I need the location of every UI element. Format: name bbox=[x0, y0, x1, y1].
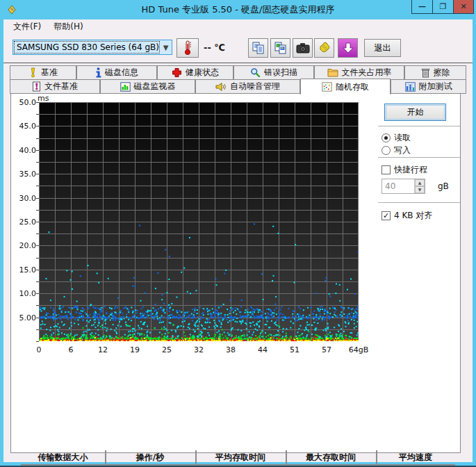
menubar: 文件(F) 帮助(H) bbox=[3, 19, 473, 33]
y-axis-tickmark bbox=[36, 186, 39, 186]
tab-erase[interactable]: 擦除 bbox=[404, 65, 466, 80]
temperature-unit: ℃ bbox=[214, 42, 225, 53]
y-axis-tickmark bbox=[36, 318, 39, 318]
y-axis-tickmark bbox=[36, 222, 39, 222]
y-axis-tickmark bbox=[36, 150, 39, 151]
y-axis-tickmark bbox=[36, 234, 39, 234]
x-axis-tick: 6 bbox=[56, 345, 86, 354]
camera-icon bbox=[296, 42, 310, 54]
tab-label: 磁盘信息 bbox=[105, 67, 138, 79]
thermometer-icon bbox=[183, 40, 192, 56]
menu-file[interactable]: 文件(F) bbox=[7, 19, 47, 34]
tab-file-benchmark[interactable]: 文件基准 bbox=[10, 79, 100, 94]
column-header: 平均存取时间 bbox=[195, 452, 286, 464]
y-axis-tickmark bbox=[36, 162, 39, 163]
scatter-icon bbox=[322, 82, 332, 92]
chevron-down-icon[interactable]: ▼ bbox=[160, 44, 172, 51]
tab-disk-monitor[interactable]: 磁盘监视器 bbox=[100, 79, 195, 94]
quick-run-checkbox[interactable] bbox=[381, 165, 391, 174]
info-icon bbox=[95, 67, 101, 78]
y-axis-tickmark bbox=[36, 281, 39, 282]
size-unit-label: gB bbox=[438, 181, 449, 191]
y-axis-tickmark bbox=[36, 210, 39, 211]
trash-icon bbox=[421, 67, 430, 78]
y-axis-tickmark bbox=[36, 341, 39, 342]
magnifier-icon bbox=[250, 67, 261, 78]
x-axis-tick: 12 bbox=[88, 345, 118, 354]
x-axis-tick: 19 bbox=[120, 345, 150, 354]
copy-text-button[interactable] bbox=[248, 38, 268, 58]
write-label: 写入 bbox=[394, 145, 411, 156]
tab-aam[interactable]: 自动噪音管理 bbox=[195, 79, 300, 94]
x-axis-tick: 38 bbox=[215, 345, 246, 354]
options-button[interactable] bbox=[314, 38, 334, 58]
stepper-up-button[interactable]: ▲ bbox=[415, 179, 425, 186]
read-option[interactable]: 读取 bbox=[381, 132, 411, 144]
menu-help[interactable]: 帮助(H) bbox=[47, 19, 89, 34]
update-button[interactable] bbox=[338, 38, 358, 58]
copy-image-button[interactable] bbox=[270, 38, 290, 58]
folder-icon bbox=[327, 68, 338, 77]
x-axis-tick: 57 bbox=[311, 345, 342, 354]
write-option[interactable]: 写入 bbox=[381, 145, 411, 156]
header-underline bbox=[21, 464, 455, 466]
health-cross-icon bbox=[172, 67, 182, 78]
tab-label: 文件夹占用率 bbox=[342, 67, 392, 79]
close-button[interactable]: ✕ bbox=[453, 0, 474, 14]
quick-run-option[interactable]: 快捷行程 bbox=[381, 164, 427, 176]
quick-run-size-stepper[interactable]: 40 ▲ ▼ bbox=[381, 179, 425, 194]
write-radio[interactable] bbox=[381, 146, 391, 155]
y-axis-tickmark bbox=[36, 138, 39, 139]
maximize-button[interactable]: ❐ bbox=[432, 0, 454, 14]
window-title: HD Tune 专业版 5.50 - 硬盘/固态硬盘实用程序 bbox=[0, 3, 476, 16]
x-axis-tick: 44 bbox=[247, 345, 278, 354]
file-benchmark-icon bbox=[32, 81, 41, 92]
quick-run-size-value[interactable]: 40 bbox=[382, 179, 414, 193]
screenshot-button[interactable] bbox=[293, 38, 313, 58]
tab-extra-tests[interactable]: 附加测试 bbox=[391, 79, 466, 94]
tab-folder-usage[interactable]: 文件夹占用率 bbox=[314, 65, 404, 80]
stepper-down-button[interactable]: ▼ bbox=[415, 186, 425, 193]
temperature-value: -- bbox=[204, 42, 211, 53]
y-axis-tickmark bbox=[36, 305, 39, 306]
tab-label: 错误扫描 bbox=[264, 67, 297, 79]
read-radio[interactable] bbox=[381, 133, 391, 142]
y-axis-tick: 30.0 bbox=[15, 194, 36, 203]
tab-label: 附加测试 bbox=[419, 81, 452, 92]
drive-select-value: SAMSUNG SSD 830 Series (64 gB) bbox=[15, 42, 159, 53]
exit-button[interactable]: 退出 bbox=[364, 39, 401, 57]
read-label: 读取 bbox=[394, 132, 411, 144]
tab-health[interactable]: 健康状态 bbox=[157, 65, 233, 80]
x-axis-tick: 51 bbox=[279, 345, 310, 354]
speaker-icon bbox=[215, 82, 227, 92]
temperature-button[interactable] bbox=[177, 38, 199, 58]
tab-benchmark[interactable]: 基准 bbox=[10, 65, 76, 80]
tab-error-scan[interactable]: 错误扫描 bbox=[233, 65, 314, 80]
align-option[interactable]: ✓ 4 KB 对齐 bbox=[381, 210, 432, 222]
app-window: HD Tune 专业版 5.50 - 硬盘/固态硬盘实用程序 — ❐ ✕ 文件(… bbox=[0, 0, 476, 467]
x-axis-tick: 25 bbox=[151, 345, 182, 354]
drive-select[interactable]: SAMSUNG SSD 830 Series (64 gB) ▼ bbox=[13, 40, 172, 55]
column-header: 最大存取时间 bbox=[286, 452, 376, 464]
y-axis-tickmark bbox=[36, 329, 39, 330]
minimize-button[interactable]: — bbox=[411, 0, 433, 14]
x-axis-tick: 32 bbox=[183, 345, 214, 354]
y-axis-tick: 25.0 bbox=[15, 218, 36, 227]
random-access-panel: ms 开始 读取 写入 快捷行程 40 ▲ bbox=[10, 93, 461, 453]
tab-label: 磁盘监视器 bbox=[134, 81, 176, 92]
tab-random-access[interactable]: 随机存取 bbox=[300, 79, 391, 95]
align-checkbox[interactable]: ✓ bbox=[381, 211, 391, 220]
y-axis-tickmark bbox=[36, 114, 39, 115]
tab-label: 自动噪音管理 bbox=[230, 81, 280, 92]
tab-disk-info[interactable]: 磁盘信息 bbox=[76, 65, 157, 80]
align-label: 4 KB 对齐 bbox=[394, 210, 432, 222]
y-axis-tick: 15.0 bbox=[15, 265, 36, 275]
y-axis-tick: 10.0 bbox=[15, 289, 36, 298]
y-axis-tickmark bbox=[36, 293, 39, 294]
y-axis-tick: 5.00 bbox=[15, 313, 36, 322]
start-button[interactable]: 开始 bbox=[384, 104, 446, 121]
column-header: 传输数据大小 bbox=[21, 452, 105, 464]
quick-run-label: 快捷行程 bbox=[394, 164, 427, 176]
y-axis-tickmark bbox=[36, 126, 39, 126]
y-axis-tickmark bbox=[36, 174, 39, 174]
